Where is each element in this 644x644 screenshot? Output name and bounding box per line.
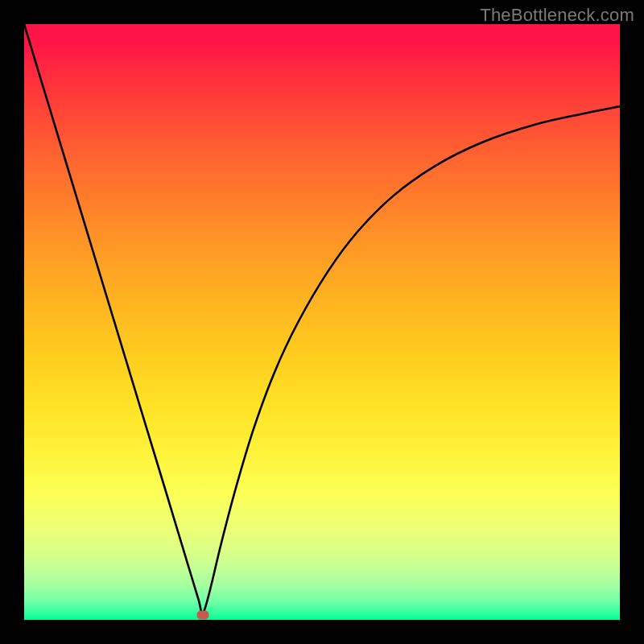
bottleneck-curve	[24, 24, 620, 613]
curve-svg	[24, 24, 620, 620]
chart-frame: TheBottleneck.com	[0, 0, 644, 644]
minimum-marker	[197, 610, 209, 619]
watermark-text: TheBottleneck.com	[480, 5, 634, 26]
plot-area	[24, 24, 620, 620]
